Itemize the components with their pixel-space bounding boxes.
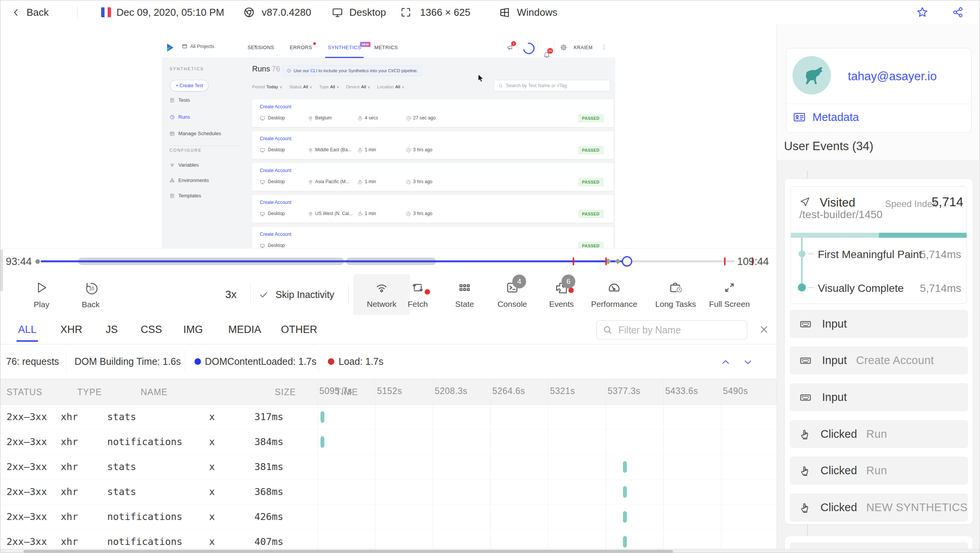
col-time: TIME [336,379,358,405]
notifications-bell-icon: 33 [543,51,615,58]
network-tab-js[interactable]: JS [106,315,118,344]
event-item-clicked[interactable]: Clicked Run [790,420,968,448]
timeline-track[interactable] [41,260,734,263]
long-tasks-clock-icon [676,286,683,293]
panel-button-events[interactable]: 6 Events [537,274,586,315]
network-tab-css[interactable]: CSS [141,315,162,344]
close-panel-icon[interactable] [758,324,770,335]
new-badge: NEW [360,42,370,47]
timeline-start-dot [35,259,40,264]
event-item-input[interactable]: Input [790,383,968,411]
network-request-row[interactable]: 2xx–3xx xhr notifications x 426ms [0,505,777,530]
network-tab-xhr[interactable]: XHR [60,315,82,344]
network-tab-img[interactable]: IMG [183,315,203,344]
run-card: Create Account Desktop US West (N. Cal..… [252,195,613,223]
network-tab-other[interactable]: OTHER [281,315,317,344]
chevron-left-icon [11,7,21,17]
runs-filters: Period Today ∨ Status All ∨ Type All ∨ D… [252,84,404,89]
environments-icon [169,178,175,183]
vertical-scrollbar-thumb[interactable] [0,249,3,291]
event-connector [807,525,808,536]
panel-button-long-tasks[interactable]: Long Tasks [651,274,701,315]
load-time: Load: 1.7s [339,344,384,379]
event-item-clicked[interactable]: Clicked NEW SYNTHETICS [790,493,968,522]
filter-input-field[interactable] [618,324,741,336]
panel-button-performance[interactable]: Performance [589,274,639,315]
visited-url: /test-builder/1450 [799,209,882,221]
network-tab-all[interactable]: ALL [18,315,37,344]
user-events-title: User Events (34) [784,139,874,153]
timeline-progress [41,260,627,262]
jump-up-icon[interactable] [720,356,731,368]
share-icon[interactable] [952,6,964,18]
svg-text:10: 10 [89,286,95,291]
panel-button-console[interactable]: 4 Console [487,274,537,315]
back-label: Back [27,7,49,18]
favorite-star-icon[interactable] [916,6,929,19]
panel-button-fetch[interactable]: Fetch [393,274,443,315]
visually-complete-value: 5,714ms [920,282,961,295]
active-tab-underline [325,57,364,58]
event-item-input[interactable]: Input [790,310,968,338]
keyboard-icon [798,391,813,404]
playback-speed-button[interactable]: 3x [225,288,237,301]
project-selector: All Projects ∨ [182,43,257,49]
network-tab-media[interactable]: MEDIA [228,315,261,344]
waterfall-bar [321,436,324,448]
app-sidebar-item-manage-schedules: Manage Schedules [169,131,221,136]
event-item-clicked[interactable]: Clicked Run [790,457,968,485]
search-icon [602,325,613,335]
console-count-badge: 4 [512,275,526,288]
app-tab-metrics: METRICS [374,37,398,58]
cli-link: CLI [310,68,317,73]
errors-alert-dot [313,42,316,45]
metrics-timeline-line [801,238,802,288]
visited-event-card[interactable]: Visited Speed Index 5,714 /test-builder/… [791,186,967,304]
skip-inactivity-toggle[interactable]: Skip Inactivity [259,289,334,300]
clock-icon [406,116,411,121]
back-button[interactable]: Back [11,7,49,18]
visually-complete-dot [798,283,806,291]
timeline-issue-marker [573,257,574,265]
network-request-row[interactable]: 2xx–3xx xhr stats x 317ms [0,405,777,430]
network-request-row[interactable]: 2xx–3xx xhr stats x 368ms [0,480,777,505]
waterfall-bar [623,511,627,523]
waterfall-bar [321,411,324,423]
back-10s-button[interactable]: 10 Back [66,274,116,315]
fetch-alert-dot [425,289,430,295]
network-request-row[interactable]: 2xx–3xx xhr stats x 381ms [0,455,777,480]
panel-button-full-screen[interactable]: Full Screen [704,274,754,315]
top-bar: Back Dec 09, 2020, 05:10 PM v87.0.4280 D… [0,0,980,25]
mouse-cursor-icon [478,75,484,83]
horizontal-scrollbar-thumb[interactable] [23,550,673,553]
requests-count: 76: requests [6,344,59,379]
panel-button-state[interactable]: State [440,274,490,315]
app-tab-synthetics: SYNTHETICS [328,37,361,58]
network-wifi-icon [375,281,389,295]
chrome-browser-icon [243,7,255,18]
runs-icon [169,114,175,120]
col-size: SIZE [275,379,296,405]
network-tabs: ALL XHR JS CSS IMG MEDIA OTHER [0,315,777,344]
app-tab-sessions: SESSIONS [247,37,274,58]
metadata-button[interactable]: Metadata [792,110,859,124]
horizontal-scrollbar[interactable] [0,549,980,553]
keyboard-icon [798,318,813,330]
state-grid-icon [458,281,472,295]
project-selector-label: All Projects [190,44,214,49]
monitor-icon [260,116,265,121]
waterfall-bar [623,486,627,498]
dom-content-loaded-dot [194,358,201,365]
rewind-10-icon: 10 [83,280,98,295]
filter-by-name-input[interactable] [596,320,747,339]
jump-down-icon[interactable] [742,356,754,368]
run-card: Create Account Desktop Asia Pacific (M..… [252,163,613,191]
speed-index-label: Speed Index [885,199,937,209]
user-email-link: tahay@asayer.io [848,70,937,83]
visited-label: Visited [820,196,855,210]
timeline-scrubber-handle[interactable] [622,256,632,267]
notifications-badge: 33 [547,48,553,54]
event-item-input[interactable]: Input Create Account [790,346,968,374]
network-request-row[interactable]: 2xx–3xx xhr notifications x 384ms [0,430,777,455]
play-button[interactable]: Play [17,274,66,315]
